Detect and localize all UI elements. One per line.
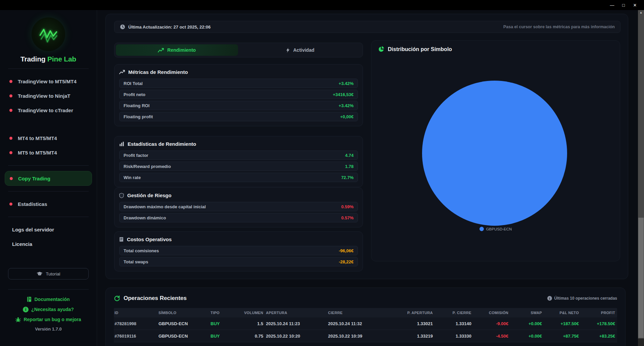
waveform-logo-icon	[36, 22, 60, 46]
red-dot-icon	[9, 80, 12, 83]
documentation-link[interactable]: Documentación	[0, 294, 97, 304]
app-title-lab: Lab	[64, 55, 76, 63]
sidebar-item-copy-trading[interactable]: Copy Trading	[5, 171, 92, 186]
pie-legend[interactable]: GBPUSD-ECN	[371, 227, 620, 231]
window-controls: — □ ✕	[606, 0, 641, 10]
legend-label: GBPUSD-ECN	[486, 227, 512, 231]
sidebar-item-tradingview-ninjat[interactable]: TradingView to NinjaT	[0, 89, 97, 103]
metric-row-total-swaps[interactable]: Total swaps -28,22€	[119, 257, 358, 266]
metric-value: 0.57%	[341, 215, 354, 220]
hover-hint-text: Pasa el cursor sobre las métricas para m…	[503, 25, 615, 29]
bar-chart-icon	[119, 141, 124, 146]
sidebar-spacer	[0, 118, 97, 131]
legend-dot-icon	[479, 227, 484, 231]
trades-table-header: ID SÍMBOLO TIPO VOLUMEN APERTURA CIERRE …	[114, 308, 617, 317]
panel-title: Métricas de Rendimiento	[128, 69, 188, 75]
metric-row-roi-total[interactable]: ROI Total +3.42%	[119, 79, 358, 88]
red-dot-icon	[9, 109, 12, 112]
trade-type-badge: BUY	[210, 334, 235, 339]
red-dot-icon	[9, 203, 12, 206]
red-dot-icon	[10, 177, 13, 180]
metric-value: 0.59%	[341, 204, 354, 209]
metric-value: +3.42%	[339, 103, 354, 108]
red-dot-icon	[9, 151, 12, 154]
metric-value: +3416,53€	[333, 92, 354, 97]
metric-row-risk-reward[interactable]: Risk/Reward promedio 1.78	[119, 162, 358, 171]
sidebar-item-mt5-mt5-mt4[interactable]: MT5 to MT5/MT4	[0, 145, 97, 160]
last-update-text: Última Actualización: 27 oct 2025, 22:06	[128, 25, 211, 30]
panel-metricas-rendimiento: Métricas de Rendimiento ROI Total +3.42%…	[114, 64, 363, 126]
lightning-icon	[286, 48, 290, 53]
sidebar-item-licencia[interactable]: Licencia	[0, 237, 97, 251]
shield-icon	[119, 193, 124, 198]
red-dot-icon	[9, 137, 12, 140]
info-icon: i	[23, 307, 29, 312]
metric-value: +3.42%	[339, 81, 354, 86]
tab-actividad[interactable]: Actividad	[239, 44, 362, 56]
pie-chart-gbpusd-slice[interactable]	[422, 81, 567, 226]
sidebar-item-estadisticas[interactable]: Estadísticas	[0, 197, 97, 211]
trade-type-badge: BUY	[210, 321, 235, 326]
recent-trades-card: Operaciones Recientes i Últimas 10 opera…	[105, 288, 626, 346]
pie-chart-icon	[378, 46, 384, 52]
info-icon: i	[547, 296, 552, 301]
window-titlebar: — □ ✕	[0, 0, 644, 10]
panel-gestion-riesgo: Gestión de Riesgo Drawdown máximo desde …	[114, 187, 363, 227]
vertical-scrollbar[interactable]: ▲	[638, 10, 644, 346]
metric-value: 4.74	[345, 153, 354, 158]
scrollbar-bottom	[638, 339, 644, 346]
book-icon	[27, 297, 32, 302]
metric-value: -28,22€	[339, 259, 354, 264]
sidebar-item-tradingview-ctrader[interactable]: TradingView to cTrader	[0, 103, 97, 118]
panel-costos-operativos: Costos Operativos Total comisiones -96,0…	[114, 231, 363, 271]
sidebar-divider	[8, 217, 89, 217]
metric-value: -96,06€	[339, 248, 354, 253]
metric-row-win-rate[interactable]: Win rate 72.7%	[119, 173, 358, 182]
history-icon	[114, 295, 120, 302]
panel-title: Distribución por Símbolo	[388, 46, 452, 52]
sidebar: Trading Pine Lab TradingView to MT5/MT4 …	[0, 10, 97, 346]
minimize-button[interactable]: —	[606, 3, 618, 8]
metric-row-total-comisiones[interactable]: Total comisiones -96,06€	[119, 246, 358, 255]
scrollbar-thumb[interactable]	[638, 218, 644, 338]
panel-estadisticas-rendimiento: Estadísticas de Rendimiento Profit facto…	[114, 136, 363, 187]
bug-icon	[15, 317, 21, 322]
metric-row-profit-factor[interactable]: Profit factor 4.74	[119, 150, 358, 160]
app-title: Trading Pine Lab	[0, 55, 97, 63]
metric-row-drawdown-dinamico[interactable]: Drawdown dinámico 0.57%	[119, 213, 358, 222]
sidebar-divider	[8, 165, 89, 166]
panel-title: Costos Operativos	[127, 236, 172, 242]
chart-line-icon	[119, 70, 125, 75]
help-link[interactable]: i ¿Necesitas ayuda?	[0, 304, 97, 314]
sidebar-divider	[8, 69, 89, 69]
last-update-bar: Última Actualización: 27 oct 2025, 22:06…	[114, 21, 620, 33]
metrics-tabbar: Rendimiento Actividad	[114, 43, 363, 57]
sidebar-divider	[8, 191, 89, 191]
metric-row-floating-roi[interactable]: Floating ROI +3.42%	[119, 101, 358, 110]
sidebar-item-tradingview-mt5-mt4[interactable]: TradingView to MT5/MT4	[0, 74, 97, 89]
trade-row[interactable]: #78281998 GBPUSD-ECN BUY 1.5 2025.10.24 …	[114, 317, 617, 330]
dashboard-card: Última Actualización: 27 oct 2025, 22:06…	[105, 14, 628, 279]
report-bug-link[interactable]: Reportar un bug o mejora	[0, 314, 97, 325]
chart-line-icon	[158, 48, 164, 53]
sidebar-item-mt4-mt5-mt4[interactable]: MT4 to MT5/MT4	[0, 131, 97, 145]
metric-value: 1.78	[345, 164, 354, 169]
tab-rendimiento[interactable]: Rendimiento	[116, 44, 238, 56]
metric-row-floating-profit[interactable]: Floating profit +0,00€	[119, 112, 358, 121]
maximize-button[interactable]: □	[618, 3, 629, 8]
panel-distribucion-simbolo: Distribución por Símbolo GBPUSD-ECN	[371, 40, 620, 261]
trade-row[interactable]: #76019116 GBPUSD-ECN BUY 0.75 2025.10.22…	[114, 330, 617, 342]
sidebar-item-logs-servidor[interactable]: Logs del servidor	[0, 222, 97, 237]
trades-note: i Últimas 10 operaciones cerradas	[547, 296, 617, 301]
scroll-up-arrow-icon[interactable]: ▲	[638, 10, 644, 15]
metric-row-drawdown-maximo[interactable]: Drawdown máximo desde capital inicial 0.…	[119, 202, 358, 211]
close-button[interactable]: ✕	[629, 3, 641, 8]
tutorial-button[interactable]: Tutorial	[8, 268, 89, 279]
app-title-pine: Pine	[47, 55, 62, 63]
red-dot-icon	[9, 94, 12, 97]
metric-row-profit-neto[interactable]: Profit neto +3416,53€	[119, 90, 358, 99]
graduation-cap-icon	[37, 272, 43, 276]
panel-title: Gestión de Riesgo	[127, 192, 172, 198]
app-logo	[32, 17, 65, 51]
receipt-icon	[119, 237, 124, 242]
